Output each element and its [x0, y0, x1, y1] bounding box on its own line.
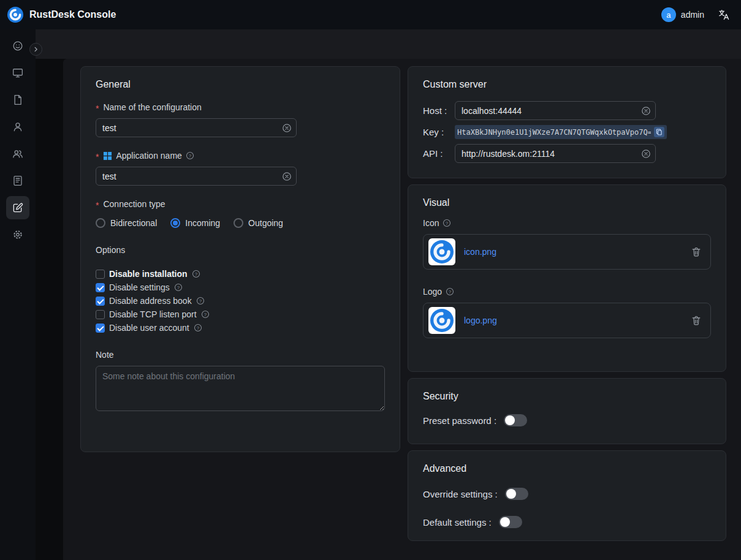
help-icon[interactable]: ?: [174, 283, 183, 292]
rustdesk-logo-icon: [7, 7, 23, 23]
topbar-right: a admin: [661, 7, 730, 22]
icon-preview: [428, 238, 455, 265]
help-icon[interactable]: ?: [186, 151, 194, 160]
option-label: Disable TCP listen port: [109, 309, 197, 319]
host-input[interactable]: [455, 101, 656, 120]
language-icon[interactable]: [718, 9, 730, 21]
left-column: General Name of the configuration Applic…: [80, 66, 400, 452]
sidebar-item-users[interactable]: [6, 115, 29, 138]
username: admin: [681, 10, 704, 20]
help-icon[interactable]: ?: [443, 219, 451, 227]
windows-icon: [103, 151, 112, 161]
trash-icon[interactable]: [691, 246, 702, 257]
user-menu[interactable]: a admin: [661, 7, 704, 22]
option-row[interactable]: Disable installation ?: [96, 267, 385, 281]
help-icon[interactable]: ?: [196, 297, 205, 305]
copy-icon[interactable]: [654, 127, 664, 137]
logo-upload-box[interactable]: logo.png: [423, 303, 711, 338]
checkbox-icon[interactable]: [96, 297, 105, 306]
toggle-knob: [506, 489, 516, 499]
general-card: General Name of the configuration Applic…: [80, 66, 400, 452]
app-title: RustDesk Console: [29, 9, 116, 20]
trash-icon[interactable]: [691, 315, 702, 326]
default-settings-toggle[interactable]: [499, 516, 522, 528]
svg-text:?: ?: [199, 298, 202, 304]
svg-text:?: ?: [203, 312, 207, 317]
right-column: Custom server Host : Key : HtaXBkJNHyn0e…: [408, 66, 726, 541]
override-settings-row: Override settings :: [423, 488, 711, 500]
checkbox-icon[interactable]: [96, 270, 105, 279]
logo-file-link[interactable]: logo.png: [464, 316, 497, 325]
sidebar-item-dashboard[interactable]: [6, 34, 29, 58]
icon-upload-box[interactable]: icon.png: [423, 234, 711, 270]
api-row: API :: [423, 144, 711, 163]
icon-file-link[interactable]: icon.png: [464, 247, 496, 257]
connection-type-radio[interactable]: Outgoing: [234, 218, 283, 228]
options-label: Options: [96, 245, 385, 255]
checkbox-icon[interactable]: [96, 283, 105, 292]
face-icon: [12, 40, 24, 52]
host-row: Host :: [423, 101, 711, 120]
key-row: Key : HtaXBkJNHyn0e1U1jWXze7A7CN7QTGWqxk…: [423, 125, 711, 139]
clear-icon[interactable]: [641, 106, 651, 116]
help-icon[interactable]: ?: [192, 270, 200, 278]
name-input[interactable]: [96, 118, 297, 137]
option-label: Disable installation: [109, 269, 188, 279]
advanced-card: Advanced Override settings : Default set…: [408, 450, 726, 541]
app-name-input[interactable]: [96, 167, 297, 186]
option-row[interactable]: Disable address book ?: [96, 294, 385, 308]
toggle-knob: [505, 415, 515, 425]
radio-icon[interactable]: [96, 218, 105, 228]
logo-label: Logo ?: [423, 287, 711, 297]
override-settings-label: Override settings :: [423, 489, 498, 499]
override-settings-toggle[interactable]: [505, 488, 528, 500]
default-settings-label: Default settings :: [423, 517, 492, 528]
visual-card: Visual Icon ? icon.png Logo ?: [408, 184, 726, 372]
clear-icon[interactable]: [282, 123, 292, 133]
connection-type-radio[interactable]: Bidirectional: [96, 218, 157, 228]
option-label: Disable settings: [109, 282, 170, 292]
name-input-wrap: [96, 118, 297, 137]
preset-password-toggle[interactable]: [504, 414, 527, 426]
name-field: Name of the configuration: [96, 102, 385, 137]
sidebar-item-groups[interactable]: [6, 142, 29, 165]
radio-icon[interactable]: [170, 218, 180, 228]
help-icon[interactable]: ?: [194, 324, 202, 332]
default-settings-row: Default settings :: [423, 516, 711, 528]
users-icon: [12, 148, 24, 160]
api-input[interactable]: [455, 144, 656, 163]
avatar[interactable]: a: [661, 7, 676, 22]
connection-type-radio[interactable]: Incoming: [170, 218, 220, 228]
sidebar-item-settings[interactable]: [6, 223, 29, 246]
option-row[interactable]: Disable user account ?: [96, 321, 385, 335]
content-panel: General Name of the configuration Applic…: [63, 59, 741, 560]
help-icon[interactable]: ?: [446, 287, 454, 296]
sidebar-expand-button[interactable]: [29, 43, 42, 56]
advanced-title: Advanced: [423, 463, 711, 474]
svg-text:?: ?: [189, 153, 192, 159]
app-name-label: Application name ?: [96, 151, 385, 161]
note-textarea[interactable]: [96, 366, 385, 411]
option-row[interactable]: Disable settings ?: [96, 281, 385, 294]
name-label: Name of the configuration: [96, 102, 385, 112]
clear-icon[interactable]: [282, 172, 292, 181]
visual-title: Visual: [423, 197, 711, 208]
svg-text:?: ?: [449, 289, 452, 295]
note-label: Note: [96, 350, 385, 360]
checkbox-icon[interactable]: [96, 324, 105, 333]
sidebar-item-devices[interactable]: [6, 61, 29, 85]
sidebar-item-logs[interactable]: [6, 169, 29, 192]
custom-server-card: Custom server Host : Key : HtaXBkJNHyn0e…: [408, 66, 726, 178]
option-row[interactable]: Disable TCP listen port ?: [96, 308, 385, 321]
checkbox-icon[interactable]: [96, 310, 105, 319]
help-icon[interactable]: ?: [201, 310, 210, 319]
radio-icon[interactable]: [234, 218, 243, 228]
sidebar-item-custom-clients[interactable]: [6, 196, 29, 219]
top-bar: RustDesk Console a admin: [0, 0, 741, 29]
key-label: Key :: [423, 127, 455, 137]
options-list: Disable installation ? Disable settings …: [96, 267, 385, 335]
svg-text:?: ?: [197, 325, 200, 331]
sidebar-item-documents[interactable]: [6, 88, 29, 112]
edit-icon: [12, 202, 24, 214]
clear-icon[interactable]: [641, 149, 651, 159]
